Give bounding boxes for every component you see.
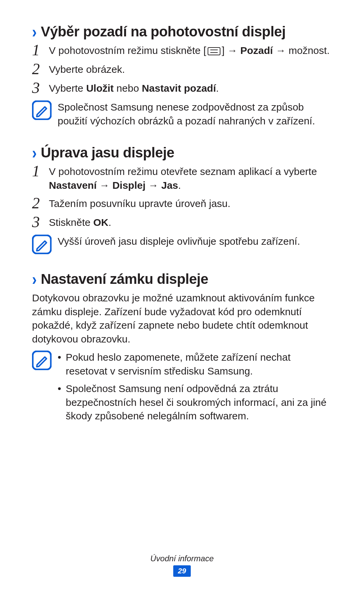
bullet-text: Společnost Samsung není odpovědná za ztr… (66, 382, 332, 423)
text-bold: Nastavit pozadí (142, 83, 216, 94)
chevron-icon: › (32, 23, 37, 40)
step-number: 2 (32, 196, 49, 211)
page-number: 29 (173, 565, 191, 577)
heading-text: Výběr pozadí na pohotovostní displej (41, 24, 285, 40)
text-bold: Uložit (86, 83, 114, 94)
text: V pohotovostním režimu stiskněte [ (49, 45, 206, 56)
manual-page: › Výběr pozadí na pohotovostní displej 1… (0, 0, 364, 597)
heading-text: Úprava jasu displeje (41, 145, 174, 161)
step-number: 3 (32, 214, 49, 230)
step-body: Tažením posuvníku upravte úroveň jasu. (49, 197, 332, 211)
step-number: 1 (32, 42, 49, 58)
section-brightness: › Úprava jasu displeje 1 V pohotovostním… (32, 145, 332, 254)
step-2: 2 Vyberte obrázek. (32, 63, 332, 77)
text-bold: Pozadí (240, 45, 273, 56)
note-box: Společnost Samsung nenese zodpovědnost z… (32, 100, 332, 128)
step-1: 1 V pohotovostním režimu otevřete seznam… (32, 165, 332, 192)
bullet-text: Pokud heslo zapomenete, můžete zařízení … (66, 351, 332, 378)
note-box: Vyšší úroveň jasu displeje ovlivňuje spo… (32, 235, 332, 254)
note-text: Vyšší úroveň jasu displeje ovlivňuje spo… (58, 235, 332, 248)
page-footer: Úvodní informace 29 (0, 554, 364, 577)
step-body: Vyberte Uložit nebo Nastavit pozadí. (49, 82, 332, 95)
chevron-icon: › (32, 144, 37, 161)
text: . (216, 83, 219, 94)
bullet-icon: • (58, 382, 66, 423)
chevron-icon: › (32, 271, 37, 288)
step-3: 3 Stiskněte OK. (32, 216, 332, 230)
section-lock: › Nastavení zámku displeje Dotykovou obr… (32, 271, 332, 427)
bullet-icon: • (58, 351, 66, 378)
step-body: V pohotovostním režimu stiskněte [] → Po… (49, 44, 332, 58)
text-bold: OK (93, 217, 109, 228)
text-bold: Nastavení → Displej → Jas (49, 180, 178, 191)
text: V pohotovostním režimu otevřete seznam a… (49, 166, 317, 177)
svg-rect-0 (208, 48, 220, 55)
heading-wallpaper: › Výběr pozadí na pohotovostní displej (32, 24, 332, 40)
step-body: V pohotovostním režimu otevřete seznam a… (49, 165, 332, 192)
note-icon (32, 235, 52, 254)
note-text: Společnost Samsung nenese zodpovědnost z… (58, 100, 332, 128)
heading-brightness: › Úprava jasu displeje (32, 145, 332, 161)
text: Vyberte (49, 83, 86, 94)
section-wallpaper: › Výběr pozadí na pohotovostní displej 1… (32, 24, 332, 128)
text: nebo (114, 83, 142, 94)
bullet-item: • Pokud heslo zapomenete, můžete zařízen… (58, 351, 332, 378)
step-1: 1 V pohotovostním režimu stiskněte [] → … (32, 44, 332, 58)
text: Stiskněte (49, 217, 93, 228)
step-number: 3 (32, 80, 49, 96)
step-2: 2 Tažením posuvníku upravte úroveň jasu. (32, 197, 332, 211)
step-body: Stiskněte OK. (49, 216, 332, 230)
menu-icon (208, 47, 220, 55)
step-number: 2 (32, 61, 49, 77)
note-icon (32, 100, 52, 120)
note-icon (32, 351, 52, 370)
text: → možnost. (273, 45, 330, 56)
footer-section-name: Úvodní informace (0, 554, 364, 563)
text: . (109, 217, 111, 228)
note-body: • Pokud heslo zapomenete, můžete zařízen… (58, 351, 332, 427)
paragraph: Dotykovou obrazovku je možné uzamknout a… (32, 291, 332, 346)
step-3: 3 Vyberte Uložit nebo Nastavit pozadí. (32, 82, 332, 96)
heading-text: Nastavení zámku displeje (41, 271, 208, 287)
heading-lock: › Nastavení zámku displeje (32, 271, 332, 287)
step-body: Vyberte obrázek. (49, 63, 332, 77)
note-box: • Pokud heslo zapomenete, můžete zařízen… (32, 351, 332, 427)
text: ] → (222, 45, 240, 56)
text: . (178, 180, 181, 191)
step-number: 1 (32, 163, 49, 179)
bullet-item: • Společnost Samsung není odpovědná za z… (58, 382, 332, 423)
